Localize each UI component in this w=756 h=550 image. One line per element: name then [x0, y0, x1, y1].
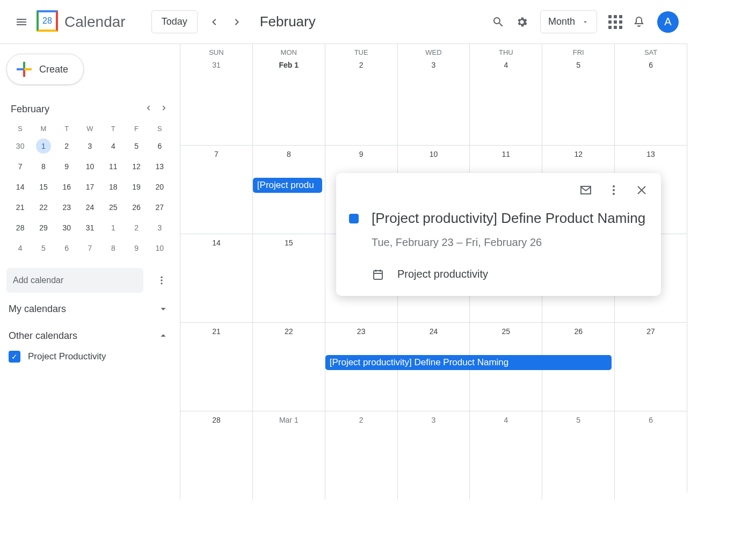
close-popup-button[interactable] [635, 184, 648, 199]
mini-day-cell[interactable]: 25 [106, 200, 121, 215]
day-cell[interactable]: 7 [180, 146, 253, 234]
mini-day-cell[interactable]: 4 [13, 241, 28, 256]
calendar-item-name: Project Productivity [28, 351, 106, 362]
mini-day-cell[interactable]: 12 [129, 159, 144, 174]
dropdown-icon [581, 18, 589, 26]
other-calendars-section[interactable]: Other calendars [6, 320, 173, 346]
current-month-title: February [260, 13, 316, 30]
mini-day-cell[interactable]: 2 [59, 139, 74, 154]
create-button[interactable]: Create [6, 54, 84, 85]
mini-dow-cell: S [9, 121, 32, 136]
search-button[interactable] [486, 10, 510, 34]
day-cell[interactable]: 31 [180, 56, 253, 145]
mini-day-cell[interactable]: 20 [152, 179, 167, 194]
day-cell[interactable]: 6 [615, 56, 687, 145]
mini-day-cell[interactable]: 31 [82, 220, 97, 235]
mini-prev-month-button[interactable] [143, 103, 153, 115]
view-selector[interactable]: Month [540, 10, 597, 33]
day-number: 14 [210, 237, 223, 248]
account-avatar[interactable]: A [657, 11, 679, 33]
mini-day-cell[interactable]: 24 [82, 200, 97, 215]
mini-day-cell[interactable]: 10 [82, 159, 97, 174]
day-cell[interactable]: 3 [398, 56, 470, 145]
mini-day-cell[interactable]: 29 [36, 220, 51, 235]
mini-day-cell[interactable]: 22 [36, 200, 51, 215]
other-calendars-label: Other calendars [9, 330, 77, 342]
mini-next-month-button[interactable] [159, 103, 169, 115]
mini-day-cell[interactable]: 9 [59, 159, 74, 174]
mini-day-cell[interactable]: 30 [59, 220, 74, 235]
svg-rect-6 [374, 271, 382, 279]
logo-day: 28 [37, 10, 58, 32]
calendar-checkbox[interactable]: ✓ [9, 351, 20, 363]
mini-day-cell[interactable]: 5 [36, 241, 51, 256]
day-number: 5 [574, 60, 583, 70]
mini-day-cell[interactable]: 7 [13, 159, 28, 174]
my-calendars-section[interactable]: My calendars [6, 293, 173, 320]
day-cell[interactable]: 28 [180, 411, 253, 500]
mini-day-cell[interactable]: 3 [152, 220, 167, 235]
day-cell[interactable]: 6 [615, 411, 687, 500]
day-cell[interactable]: Mar 1 [253, 411, 325, 500]
google-apps-button[interactable] [604, 10, 627, 34]
next-month-button[interactable] [226, 10, 249, 34]
main-menu-button[interactable] [9, 9, 34, 35]
mini-day-cell[interactable]: 7 [82, 241, 97, 256]
event-options-button[interactable] [607, 184, 620, 199]
day-cell[interactable]: 5 [542, 56, 615, 145]
day-cell[interactable]: 27 [615, 323, 687, 411]
mini-day-cell[interactable]: 9 [129, 241, 144, 256]
day-cell[interactable]: 15 [253, 234, 325, 322]
mini-day-cell[interactable]: 8 [36, 159, 51, 174]
day-cell[interactable]: 4 [470, 56, 542, 145]
mini-day-cell[interactable]: 26 [129, 200, 144, 215]
mini-day-cell[interactable]: 13 [152, 159, 167, 174]
day-cell[interactable]: 2 [325, 411, 398, 500]
mini-day-cell[interactable]: 6 [59, 241, 74, 256]
email-button[interactable] [579, 184, 592, 199]
day-number: Feb 1 [277, 60, 301, 70]
mini-day-cell[interactable]: 6 [152, 139, 167, 154]
prev-month-button[interactable] [202, 10, 226, 34]
mini-day-cell[interactable]: 19 [129, 179, 144, 194]
event-bar[interactable]: [Project produ [253, 178, 322, 193]
add-calendar-options-button[interactable] [150, 269, 173, 292]
mini-day-cell[interactable]: 4 [106, 139, 121, 154]
mini-day-cell[interactable]: 3 [82, 139, 97, 154]
event-bar[interactable]: [Project productivity] Define Product Na… [325, 355, 612, 370]
day-cell[interactable]: 14 [180, 234, 253, 322]
mini-day-cell[interactable]: 15 [36, 179, 51, 194]
day-cell[interactable]: 2 [325, 56, 398, 145]
grid-dow-cell: THU [470, 44, 542, 56]
mini-day-cell[interactable]: 8 [106, 241, 121, 256]
mini-day-cell[interactable]: 1 [106, 220, 121, 235]
notifications-button[interactable] [627, 10, 651, 34]
week-row: 28Mar 123456 [180, 411, 687, 500]
day-cell[interactable]: 3 [398, 411, 470, 500]
day-cell[interactable]: 5 [542, 411, 615, 500]
mini-day-cell[interactable]: 2 [129, 220, 144, 235]
settings-button[interactable] [510, 10, 534, 34]
mini-day-cell[interactable]: 1 [36, 139, 51, 154]
mini-day-cell[interactable]: 17 [82, 179, 97, 194]
day-cell[interactable]: 22 [253, 323, 325, 411]
mini-day-cell[interactable]: 5 [129, 139, 144, 154]
mini-day-cell[interactable]: 30 [13, 139, 28, 154]
add-calendar-input[interactable]: Add calendar [6, 268, 143, 293]
mini-day-cell[interactable]: 23 [59, 200, 74, 215]
mini-day-cell[interactable]: 14 [13, 179, 28, 194]
mini-day-cell[interactable]: 27 [152, 200, 167, 215]
mini-day-cell[interactable]: 18 [106, 179, 121, 194]
day-cell[interactable]: 21 [180, 323, 253, 411]
day-number: 28 [210, 415, 223, 425]
mini-dow-cell: M [32, 121, 55, 136]
mini-day-cell[interactable]: 21 [13, 200, 28, 215]
today-button[interactable]: Today [151, 10, 198, 33]
mini-day-cell[interactable]: 16 [59, 179, 74, 194]
mini-day-cell[interactable]: 10 [152, 241, 167, 256]
calendar-logo: 28 [37, 10, 60, 34]
mini-day-cell[interactable]: 28 [13, 220, 28, 235]
day-cell[interactable]: 4 [470, 411, 542, 500]
mini-day-cell[interactable]: 11 [106, 159, 121, 174]
day-cell[interactable]: Feb 1 [253, 56, 325, 145]
